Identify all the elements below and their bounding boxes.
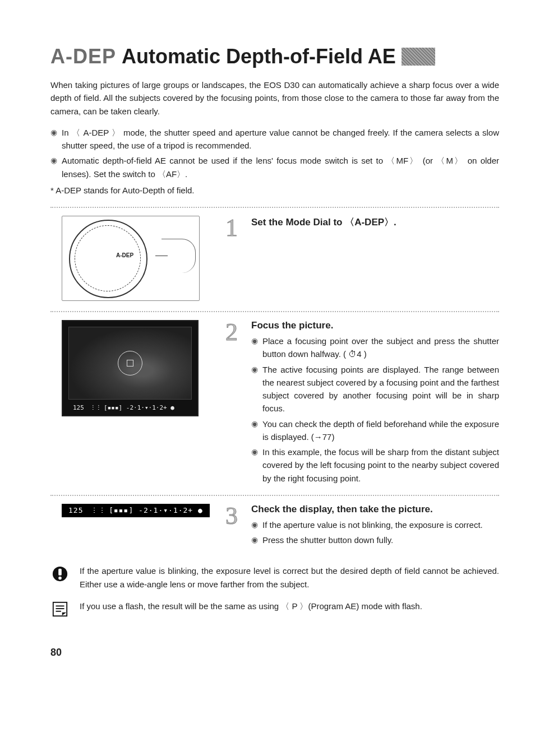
step-number: 3 <box>221 504 242 528</box>
title-main: Automatic Depth-of-Field AE <box>122 45 396 68</box>
info-note: If you use a flash, the result will be t… <box>50 600 499 619</box>
vf-shutter: 125 <box>73 404 84 411</box>
step-2-b4: In this example, the focus will be sharp… <box>262 446 499 485</box>
intro-paragraph: When taking pictures of large groups or … <box>50 78 499 118</box>
info-text: If you use a flash, the result will be t… <box>80 600 422 613</box>
intro-bullet-text: In 〈 A-DEP 〉 mode, the shutter speed and… <box>62 126 499 152</box>
strip-readout: ⵗ ⵗ [▪▪▪] -2·1·▾·1·2+ ● <box>93 506 202 514</box>
mode-dial-diagram: A-DEP <box>62 216 200 301</box>
intro-bullet-text: Automatic depth-of-field AE cannot be us… <box>62 154 499 180</box>
intro-bullet-1: ◉ In 〈 A-DEP 〉 mode, the shutter speed a… <box>50 126 499 152</box>
bullet-icon: ◉ <box>50 156 57 165</box>
title-accent-block <box>402 48 435 66</box>
strip-shutter: 125 <box>68 506 83 514</box>
warning-note: If the aperture value is blinking, the e… <box>50 564 499 591</box>
svg-point-2 <box>58 577 62 580</box>
page-number: 80 <box>50 647 499 658</box>
step-1-row: A-DEP 1 Set the Mode Dial to 〈A-DEP〉. <box>50 216 499 301</box>
viewfinder-diagram: 125 ⵗ ⵗ [▪▪▪] -2·1·▾·1·2+ ● <box>62 320 199 416</box>
lcd-info-strip: 125 ⵗ ⵗ [▪▪▪] -2·1·▾·1·2+ ● <box>62 504 210 517</box>
intro-bullet-2: ◉ Automatic depth-of-field AE cannot be … <box>50 154 499 180</box>
bullet-icon: ◉ <box>251 365 258 415</box>
info-icon <box>50 600 70 619</box>
bullet-icon: ◉ <box>251 520 258 531</box>
page-title: A-DEP Automatic Depth-of-Field AE <box>50 45 499 68</box>
step-number: 1 <box>221 216 242 240</box>
bullet-icon: ◉ <box>251 419 258 444</box>
title-prefix: A-DEP <box>50 45 116 68</box>
bullet-icon: ◉ <box>50 128 57 137</box>
step-3-b2: Press the shutter button down fully. <box>262 534 499 546</box>
bullet-icon: ◉ <box>251 535 258 546</box>
svg-rect-1 <box>58 569 62 576</box>
warning-icon <box>50 564 70 583</box>
separator <box>50 311 499 312</box>
step-2-title: Focus the picture. <box>251 320 499 331</box>
step-3-row: 125 ⵗ ⵗ [▪▪▪] -2·1·▾·1·2+ ● 3 Check the … <box>50 504 499 547</box>
vf-readout: ⵗ ⵗ [▪▪▪] -2·1·▾·1·2+ ● <box>92 404 174 411</box>
step-3-b1: If the aperture value is not blinking, t… <box>262 518 499 531</box>
warning-text: If the aperture value is blinking, the e… <box>80 564 499 591</box>
separator <box>50 207 499 208</box>
bullet-icon: ◉ <box>251 447 258 485</box>
step-1-title: Set the Mode Dial to 〈A-DEP〉. <box>251 216 499 229</box>
dial-label: A-DEP <box>116 252 133 258</box>
step-2-b1: Place a focusing point over the subject … <box>262 335 499 361</box>
bullet-icon: ◉ <box>251 336 258 361</box>
separator <box>50 495 499 496</box>
intro-footnote: * A-DEP stands for Auto-Depth of field. <box>50 184 499 197</box>
step-number: 2 <box>221 320 242 345</box>
step-2-row: 125 ⵗ ⵗ [▪▪▪] -2·1·▾·1·2+ ● 2 Focus the … <box>50 320 499 485</box>
step-2-b3: You can check the depth of field beforeh… <box>262 418 499 444</box>
step-2-b2: The active focusing points are displayed… <box>262 363 499 415</box>
step-3-title: Check the display, then take the picture… <box>251 504 499 515</box>
